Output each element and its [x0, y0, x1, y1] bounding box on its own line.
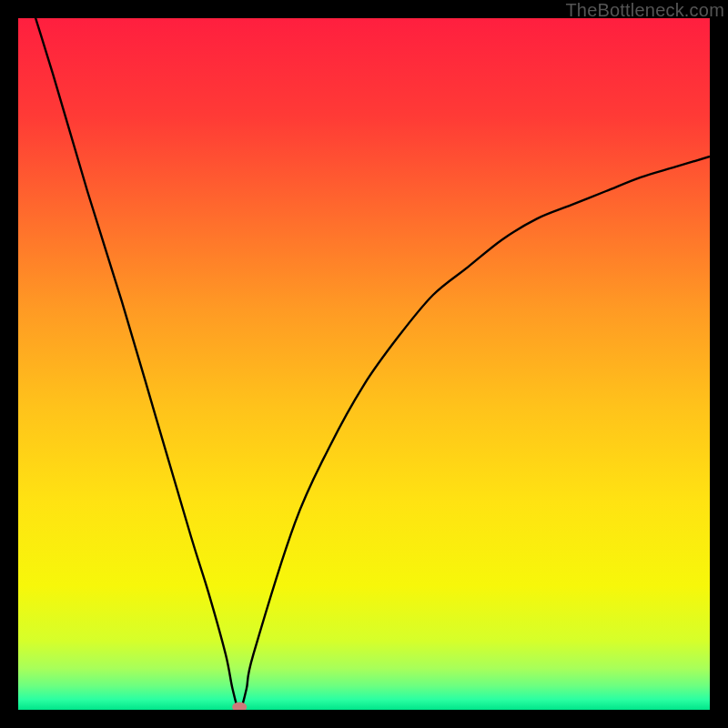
watermark-text: TheBottleneck.com — [565, 0, 724, 21]
chart-frame — [18, 18, 710, 710]
chart-background — [18, 18, 710, 710]
bottleneck-chart — [18, 18, 710, 710]
